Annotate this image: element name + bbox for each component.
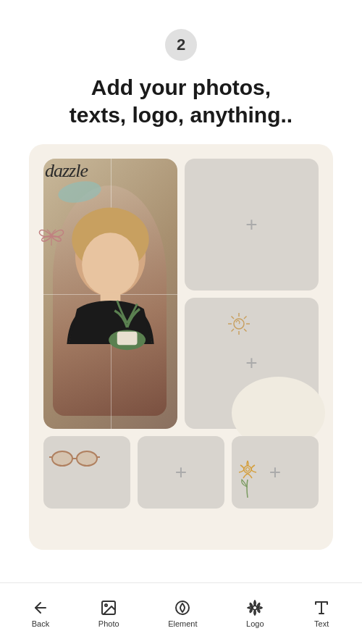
sun-sticker <box>226 311 252 337</box>
nav-back[interactable]: Back <box>20 593 61 634</box>
canvas-preview: dazzle <box>29 144 333 550</box>
bottom-navigation: Back Photo Element Logo <box>0 582 362 644</box>
add-photo-icon-3: + <box>175 461 187 484</box>
svg-line-6 <box>232 317 235 319</box>
nav-logo-label: Logo <box>246 619 264 628</box>
photo-grid: + + <box>43 159 319 535</box>
svg-point-10 <box>244 466 251 473</box>
text-icon <box>313 599 330 616</box>
logo-icon <box>246 599 264 616</box>
dazzle-text-overlay: dazzle <box>45 160 88 182</box>
nav-back-label: Back <box>32 619 49 628</box>
nav-photo[interactable]: Photo <box>87 593 131 634</box>
svg-point-19 <box>77 451 97 466</box>
bottom-middle-slot[interactable]: + <box>138 436 224 509</box>
svg-point-18 <box>52 451 72 466</box>
main-heading: Add your photos, texts, logo, anything.. <box>48 74 314 128</box>
svg-line-9 <box>232 329 235 332</box>
svg-line-8 <box>244 317 247 319</box>
element-icon <box>174 599 191 616</box>
flower-sticker <box>233 458 262 498</box>
svg-line-7 <box>244 329 247 332</box>
butterfly-sticker <box>36 222 67 250</box>
svg-point-25 <box>105 604 107 606</box>
nav-element-label: Element <box>168 619 197 628</box>
photo-icon <box>100 599 117 616</box>
back-icon <box>32 599 49 616</box>
bottom-left-slot[interactable] <box>43 436 130 509</box>
step-indicator: 2 <box>165 29 197 61</box>
add-photo-icon-4: + <box>269 461 281 484</box>
add-photo-icon: + <box>245 213 257 236</box>
nav-text[interactable]: Text <box>301 593 342 634</box>
nav-logo[interactable]: Logo <box>235 593 275 634</box>
top-right-slot[interactable]: + <box>185 159 319 290</box>
svg-point-14 <box>82 233 139 296</box>
glasses-sticker <box>49 447 100 469</box>
nav-element[interactable]: Element <box>156 593 209 634</box>
nav-text-label: Text <box>314 619 329 628</box>
step-number: 2 <box>177 35 185 54</box>
add-photo-icon-2: + <box>245 351 257 375</box>
svg-rect-17 <box>117 332 138 346</box>
bottom-row-slots: + + <box>43 436 319 535</box>
nav-photo-label: Photo <box>98 619 119 628</box>
svg-point-11 <box>246 468 250 472</box>
